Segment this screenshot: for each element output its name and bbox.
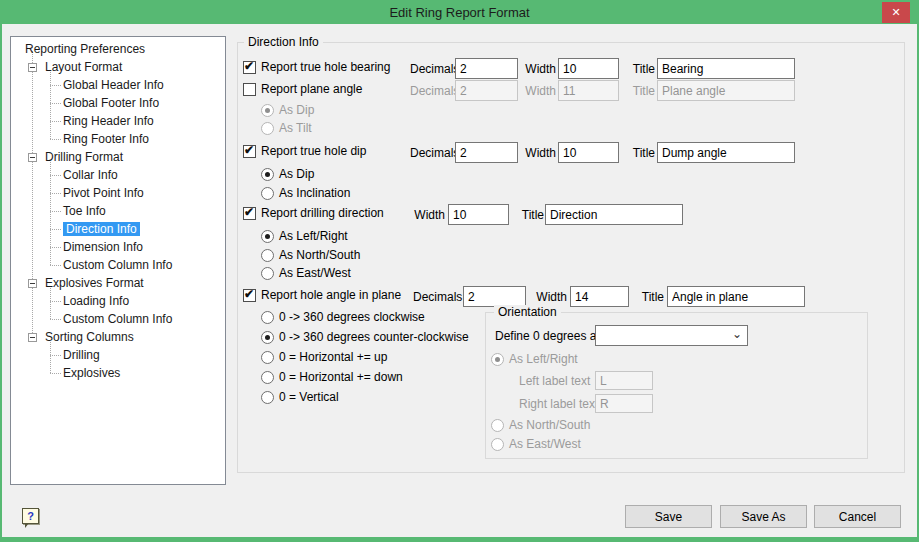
report-hole-angle-in-plane-checkbox[interactable] (243, 289, 256, 302)
report-true-hole-dip-checkbox[interactable] (243, 145, 256, 158)
orientation-as-north-south-label: As North/South (509, 418, 590, 432)
direction-as-left-right-radio[interactable] (261, 230, 274, 243)
direction-title-input[interactable] (545, 204, 683, 225)
report-true-hole-bearing-label: Report true hole bearing (261, 60, 390, 74)
tree-item-layout-format[interactable]: Layout Format (11, 58, 225, 76)
report-plane-angle-checkbox[interactable] (243, 83, 256, 96)
tree-item-pivot-point-info[interactable]: Pivot Point Info (11, 184, 225, 202)
tree-item-explosives-format[interactable]: Explosives Format (11, 274, 225, 292)
angle-vertical-radio[interactable] (261, 391, 274, 404)
tree-item-ring-footer-info[interactable]: Ring Footer Info (11, 130, 225, 148)
dialog-title: Edit Ring Report Format (389, 5, 529, 20)
report-true-hole-dip-label: Report true hole dip (261, 144, 366, 158)
width-label: Width (520, 62, 556, 76)
angle-vertical-label: 0 = Vertical (279, 390, 339, 404)
tree-item-global-footer-info[interactable]: Global Footer Info (11, 94, 225, 112)
left-label-text-label: Left label text (519, 374, 590, 388)
group-title: Direction Info (244, 35, 323, 49)
angle-horizontal-up-radio[interactable] (261, 351, 274, 364)
angle-width-input[interactable] (570, 286, 629, 307)
tree-item-sorting-columns[interactable]: Sorting Columns (11, 328, 225, 346)
angle-title-input[interactable] (667, 286, 805, 307)
define-0-degrees-label: Define 0 degrees as (495, 329, 602, 343)
tree-item-global-header-info[interactable]: Global Header Info (11, 76, 225, 94)
decimals-label: Decimals (413, 290, 461, 304)
plane-width-input (558, 80, 619, 101)
tree-item-drilling-format[interactable]: Drilling Format (11, 148, 225, 166)
dip-as-inclination-label: As Inclination (279, 186, 350, 200)
title-label: Title (512, 208, 544, 222)
angle-0-360-counter-clockwise-label: 0 -> 360 degrees counter-clockwise (279, 330, 469, 344)
orientation-as-north-south-radio (491, 419, 504, 432)
tree-item-direction-info[interactable]: Direction Info (11, 220, 225, 238)
report-drilling-direction-checkbox[interactable] (243, 207, 256, 220)
tree-item-collar-info[interactable]: Collar Info (11, 166, 225, 184)
direction-as-north-south-label: As North/South (279, 248, 360, 262)
cancel-button[interactable]: Cancel (814, 505, 901, 528)
title-label: Title (620, 84, 655, 98)
direction-as-left-right-label: As Left/Right (279, 229, 348, 243)
save-button[interactable]: Save (625, 505, 712, 528)
edit-ring-report-format-dialog: Edit Ring Report Format ✕ Reporting Pref… (0, 0, 919, 542)
decimals-label: Decimals (410, 84, 454, 98)
save-as-button[interactable]: Save As (720, 505, 807, 528)
dip-as-inclination-radio[interactable] (261, 187, 274, 200)
tree-item-custom-column-info[interactable]: Custom Column Info (11, 256, 225, 274)
chevron-down-icon: ⌄ (732, 327, 742, 341)
tree-item-ring-header-info[interactable]: Ring Header Info (11, 112, 225, 130)
dip-width-input[interactable] (558, 142, 619, 163)
bearing-decimals-input[interactable] (455, 58, 518, 79)
report-hole-angle-in-plane-label: Report hole angle in plane (261, 288, 401, 302)
report-drilling-direction-label: Report drilling direction (261, 206, 384, 220)
dip-as-dip-radio[interactable] (261, 168, 274, 181)
width-label: Width (520, 84, 556, 98)
tree-item-toe-info[interactable]: Toe Info (11, 202, 225, 220)
angle-horizontal-up-label: 0 = Horizontal += up (279, 350, 387, 364)
right-label-text-label: Right label text (519, 397, 598, 411)
bearing-width-input[interactable] (558, 58, 619, 79)
bearing-title-input[interactable] (657, 58, 795, 79)
orientation-as-east-west-radio (491, 438, 504, 451)
define-0-degrees-dropdown[interactable]: ⌄ (595, 325, 748, 346)
plane-decimals-input (455, 80, 518, 101)
orientation-as-east-west-label: As East/West (509, 437, 581, 451)
title-label: Title (636, 290, 664, 304)
title-bar: Edit Ring Report Format ✕ (0, 0, 919, 24)
report-true-hole-bearing-checkbox[interactable] (243, 61, 256, 74)
decimals-label: Decimals (410, 62, 454, 76)
collapse-icon[interactable] (28, 333, 37, 342)
angle-horizontal-down-label: 0 = Horizontal += down (279, 370, 403, 384)
preferences-tree: Reporting Preferences Layout Format Glob… (10, 36, 226, 485)
width-label: Width (405, 208, 445, 222)
title-label: Title (620, 146, 655, 160)
tree-item-dimension-info[interactable]: Dimension Info (11, 238, 225, 256)
title-label: Title (620, 62, 655, 76)
direction-as-north-south-radio[interactable] (261, 249, 274, 262)
tree-item-reporting-preferences[interactable]: Reporting Preferences (11, 40, 225, 58)
plane-as-tilt-radio (261, 122, 274, 135)
tree-item-custom-column-info-2[interactable]: Custom Column Info (11, 310, 225, 328)
report-plane-angle-label: Report plane angle (261, 82, 362, 96)
tree-item-explosives[interactable]: Explosives (11, 364, 225, 382)
direction-as-east-west-label: As East/West (279, 266, 351, 280)
dip-title-input[interactable] (657, 142, 795, 163)
orientation-as-left-right-radio (491, 353, 504, 366)
orientation-as-left-right-label: As Left/Right (509, 352, 578, 366)
direction-as-east-west-radio[interactable] (261, 267, 274, 280)
help-icon[interactable]: ? (22, 508, 39, 524)
angle-decimals-input[interactable] (463, 286, 526, 307)
collapse-icon[interactable] (28, 63, 37, 72)
plane-as-dip-radio (261, 104, 274, 117)
angle-0-360-clockwise-label: 0 -> 360 degrees clockwise (279, 310, 425, 324)
angle-0-360-clockwise-radio[interactable] (261, 311, 274, 324)
tree-item-loading-info[interactable]: Loading Info (11, 292, 225, 310)
angle-horizontal-down-radio[interactable] (261, 371, 274, 384)
direction-width-input[interactable] (448, 204, 509, 225)
angle-0-360-counter-clockwise-radio[interactable] (261, 331, 274, 344)
close-button[interactable]: ✕ (882, 2, 910, 23)
tree-item-drilling[interactable]: Drilling (11, 346, 225, 364)
width-label: Width (520, 146, 556, 160)
dip-decimals-input[interactable] (455, 142, 518, 163)
collapse-icon[interactable] (28, 153, 37, 162)
collapse-icon[interactable] (28, 279, 37, 288)
